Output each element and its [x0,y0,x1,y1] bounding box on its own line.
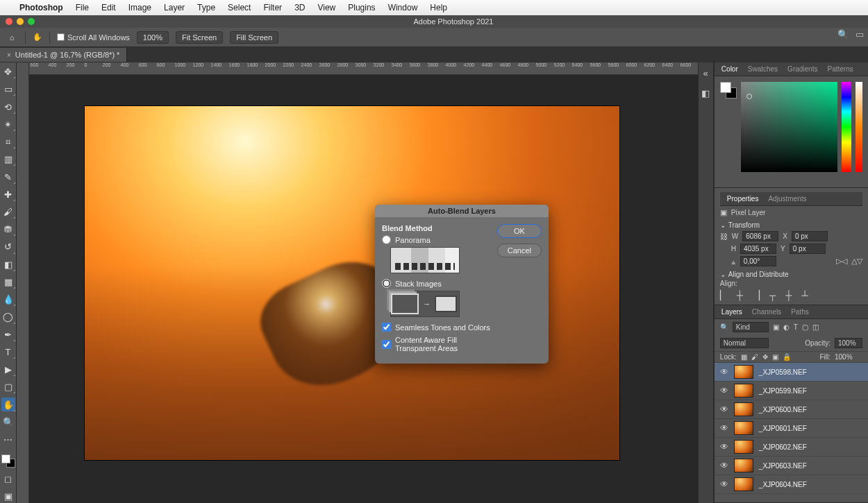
layer-row[interactable]: 👁_XJP0599.NEF [715,382,868,400]
visibility-eye-icon[interactable]: 👁 [720,423,728,433]
pen-tool[interactable]: ✒ [1,328,15,341]
gradient-tool[interactable]: ▦ [1,275,15,289]
tab-color[interactable]: Color [721,65,738,73]
flip-v-icon[interactable]: △▽ [851,257,862,266]
traffic-max[interactable] [28,18,35,25]
brush-tool[interactable]: 🖌 [1,205,15,219]
menu-plugins[interactable]: Plugins [348,3,375,12]
screenmode-icon[interactable]: ▣ [1,490,15,503]
shape-tool[interactable]: ▢ [1,380,15,393]
tab-properties[interactable]: Properties [727,195,759,203]
menu-help[interactable]: Help [430,3,447,12]
crop-tool[interactable]: ⌗ [1,135,15,148]
lasso-tool[interactable]: ⟲ [1,100,15,113]
workspace-icon[interactable]: ▭ [856,29,864,40]
cancel-button[interactable]: Cancel [497,244,542,257]
angle-field[interactable]: 0,00° [740,256,776,266]
hand-tool[interactable]: ✋ [1,398,15,411]
menu-edit[interactable]: Edit [101,3,116,12]
visibility-eye-icon[interactable]: 👁 [720,461,728,470]
tab-swatches[interactable]: Swatches [748,65,778,73]
align-vcenter-icon[interactable]: ┼ [785,290,792,300]
lock-brush-icon[interactable]: 🖌 [751,353,758,361]
layer-row[interactable]: 👁_XJP0598.NEF [715,363,868,382]
menu-file[interactable]: File [76,3,89,12]
visibility-eye-icon[interactable]: 👁 [720,442,728,452]
canvas-area[interactable]: 6004002000200400600800100012001400160018… [29,62,698,503]
visibility-eye-icon[interactable]: 👁 [720,386,728,395]
tab-paths[interactable]: Paths [791,308,809,316]
lock-position-icon[interactable]: ✥ [762,353,768,361]
lock-pixels-icon[interactable]: ▦ [741,353,747,361]
app-menu[interactable]: Photoshop [19,3,63,12]
seamless-checkbox[interactable]: Seamless Tones and Colors [382,323,492,332]
menu-window[interactable]: Window [388,3,418,12]
eyedropper-tool[interactable]: ✎ [1,170,15,183]
filter-adjust-icon[interactable]: ◐ [783,323,790,331]
color-fgbg-swatches[interactable] [720,82,737,182]
layer-filter-kind[interactable]: 🔍 [720,323,728,331]
color-ramp[interactable] [856,82,862,172]
edit-toolbar[interactable]: ⋯ [1,433,15,446]
menu-3d[interactable]: 3D [294,3,305,12]
scroll-all-windows-checkbox[interactable]: Scroll All Windows [57,33,130,42]
ok-button[interactable]: OK [497,224,542,238]
history-brush-tool[interactable]: ↺ [1,240,15,253]
tab-gradients[interactable]: Gradients [787,65,817,73]
dodge-tool[interactable]: ◯ [1,310,15,323]
align-top-icon[interactable]: ┬ [769,290,776,300]
width-field[interactable]: 6086 px [742,231,778,241]
close-tab-icon[interactable]: × [7,51,11,59]
traffic-close[interactable] [6,18,12,25]
wand-tool[interactable]: ✴ [1,118,15,131]
search-icon[interactable]: 🔍 [837,29,849,40]
lock-artboard-icon[interactable]: ▣ [772,353,778,361]
eraser-tool[interactable]: ◧ [1,258,15,271]
menu-type[interactable]: Type [197,3,215,12]
tab-layers[interactable]: Layers [721,308,742,316]
align-section[interactable]: Align and Distribute [720,271,862,278]
home-icon[interactable]: ⌂ [6,33,18,42]
filter-shape-icon[interactable]: ▢ [802,323,808,331]
tab-patterns[interactable]: Patterns [827,65,853,73]
layer-kind-select[interactable]: Kind [733,322,769,332]
filter-pixel-icon[interactable]: ▣ [773,323,779,331]
transform-section[interactable]: Transform [720,221,862,229]
filter-type-icon[interactable]: T [794,323,798,331]
document-tab[interactable]: × Untitled-1 @ 16,7% (RGB/8*) * [0,48,127,62]
fill-field[interactable]: 100% [835,353,862,361]
menu-image[interactable]: Image [128,3,151,12]
stamp-tool[interactable]: ⛃ [1,223,15,236]
panel-icon[interactable]: ◧ [701,88,710,99]
tab-adjustments[interactable]: Adjustments [768,195,806,203]
zoom-level-button[interactable]: 100% [137,31,169,44]
tab-channels[interactable]: Channels [752,308,781,316]
visibility-eye-icon[interactable]: 👁 [720,404,728,414]
filter-smart-icon[interactable]: ◫ [812,323,819,331]
menu-filter[interactable]: Filter [263,3,282,12]
visibility-eye-icon[interactable]: 👁 [720,367,728,377]
type-tool[interactable]: T [1,346,15,359]
fill-screen-button[interactable]: Fill Screen [230,31,278,44]
move-tool[interactable]: ✥ [1,65,15,78]
visibility-eye-icon[interactable]: 👁 [720,479,728,489]
fit-screen-button[interactable]: Fit Screen [176,31,223,44]
frame-tool[interactable]: ▥ [1,153,15,166]
align-right-icon[interactable]: ▕ [753,290,760,300]
hand-tool-icon[interactable]: ✋ [33,33,42,42]
heal-tool[interactable]: ✚ [1,188,15,201]
menu-layer[interactable]: Layer [164,3,185,12]
marquee-tool[interactable]: ▭ [1,83,15,96]
color-field[interactable] [741,82,837,172]
stack-images-radio[interactable]: Stack Images [382,279,492,288]
fg-bg-colors[interactable] [1,454,15,468]
flip-h-icon[interactable]: ▷◁ [836,257,847,266]
height-field[interactable]: 4035 px [740,244,776,254]
expand-panels-icon[interactable]: « [703,68,708,78]
quickmask-icon[interactable]: ◻ [1,472,15,485]
link-wh-icon[interactable]: ⛓ [720,232,728,241]
layer-row[interactable]: 👁_XJP0603.NEF [715,457,868,475]
align-left-icon[interactable]: ▏ [720,290,727,300]
blend-mode-select[interactable]: Normal [720,338,769,348]
layer-row[interactable]: 👁_XJP0601.NEF [715,419,868,438]
